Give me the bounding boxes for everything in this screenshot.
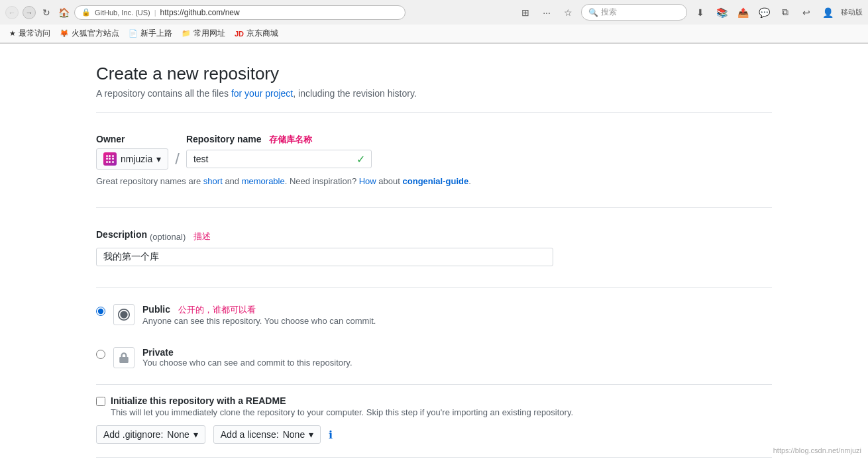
page-content: Create a new repository A repository con… (70, 44, 798, 461)
divider-top (96, 112, 772, 113)
public-radio-content: Public 公开的，谁都可以看 Anyone can see this rep… (142, 304, 376, 326)
initialize-checkbox[interactable] (96, 397, 105, 406)
initialize-desc: This will let you immediately clone the … (111, 407, 573, 417)
address-bar[interactable]: 🔒 GitHub, Inc. (US) | https://github.com… (74, 5, 406, 20)
owner-repo-row: Owner nmjuzia ▾ / (96, 134, 772, 170)
divider-submit (96, 457, 772, 458)
owner-select[interactable]: nmjuzia ▾ (96, 148, 168, 170)
description-annotation: 描述 (193, 230, 211, 242)
owner-name: nmjuzia (121, 154, 152, 164)
description-field-label: Description (96, 229, 147, 240)
gitignore-label: Add .gitignore: (103, 429, 163, 440)
private-radio[interactable] (96, 350, 105, 359)
public-title: Public (142, 304, 170, 315)
toolbar-right: ⊞ ··· ☆ 🔍 搜索 ⬇ 📚 📤 💬 ⧉ ↩ 👤 移动版 (517, 4, 863, 21)
public-option: Public 公开的，谁都可以看 Anyone can see this rep… (96, 299, 772, 331)
gitignore-arrow: ▾ (193, 429, 198, 440)
bookmark-label-firefox: 火狐官方站点 (72, 28, 119, 39)
repo-name-label: Repository name 存储库名称 (186, 134, 372, 146)
private-desc: You choose who can see and commit to thi… (142, 358, 353, 368)
bookmark-label-jd: 京东商城 (246, 28, 278, 39)
hint-memorable-link[interactable]: memorable (242, 176, 285, 186)
qr-icon[interactable]: ⊞ (517, 5, 533, 21)
valid-check-icon: ✓ (356, 153, 365, 166)
avatar-dots (106, 155, 114, 163)
search-icon: 🔍 (588, 8, 598, 17)
search-bar[interactable]: 🔍 搜索 (581, 4, 687, 21)
owner-avatar (103, 152, 117, 166)
chat-icon[interactable]: 💬 (756, 5, 772, 21)
forward-button[interactable]: → (23, 6, 36, 19)
hint-short-link[interactable]: short (203, 176, 223, 186)
hint-suggestion-link[interactable]: congenial-guide (403, 176, 469, 186)
refresh-button[interactable]: ↻ (40, 6, 53, 19)
back-button[interactable]: ← (5, 6, 19, 19)
bookmark-label-frequent: 最常访问 (19, 28, 50, 39)
description-section: Description (optional) 描述 (96, 219, 772, 277)
bookmark-icon-newuser: 📄 (129, 29, 138, 38)
lock-icon: 🔒 (81, 8, 91, 17)
hint-text: Great repository names are short and mem… (96, 176, 772, 186)
info-icon[interactable]: ℹ (329, 429, 333, 441)
watermark: https://blog.csdn.net/nmjuzi (773, 446, 861, 454)
page-title: Create a new repository (96, 64, 772, 84)
star-icon[interactable]: ☆ (560, 5, 576, 21)
license-arrow: ▾ (309, 429, 313, 440)
bookmark-firefox[interactable]: 🦊 火狐官方站点 (56, 26, 123, 40)
license-value: None (283, 429, 305, 440)
sidebar-icon[interactable]: ⧉ (777, 5, 793, 21)
download-icon[interactable]: ⬇ (692, 5, 708, 21)
description-optional: (optional) (150, 232, 186, 242)
url-text: https://github.com/new (160, 8, 240, 17)
private-radio-content: Private You choose who can see and commi… (142, 347, 353, 368)
owner-dropdown-arrow: ▾ (156, 154, 161, 164)
public-annotation: 公开的，谁都可以看 (178, 305, 256, 315)
description-input[interactable] (96, 248, 553, 266)
public-radio[interactable] (96, 307, 105, 316)
gitignore-dropdown[interactable]: Add .gitignore: None ▾ (96, 425, 205, 444)
bookmark-common[interactable]: 📁 常用网址 (178, 26, 229, 40)
bookmark-icon-common: 📁 (182, 29, 191, 38)
initialize-label: Initialize this repository with a README (111, 395, 573, 406)
divider-visibility (96, 287, 772, 288)
initialize-content: Initialize this repository with a README… (111, 395, 573, 417)
divider-description (96, 207, 772, 208)
bookmarks-bar: ★ 最常访问 🦊 火狐官方站点 📄 新手上路 📁 常用网址 JD 京东商城 (0, 25, 868, 43)
initialize-section: Initialize this repository with a README… (96, 395, 772, 417)
site-info: GitHub, Inc. (US) (95, 9, 150, 17)
bookmark-frequent[interactable]: ★ 最常访问 (5, 26, 54, 40)
public-repo-icon (113, 304, 135, 325)
undo-icon[interactable]: ↩ (798, 5, 814, 21)
subtitle-link[interactable]: for your project (231, 88, 293, 99)
owner-label: Owner (96, 134, 168, 144)
owner-field-group: Owner nmjuzia ▾ (96, 134, 168, 170)
menu-icon[interactable]: ··· (539, 5, 555, 21)
browser-chrome: ← → ↻ 🏠 🔒 GitHub, Inc. (US) | https://gi… (0, 0, 868, 44)
private-repo-icon (113, 347, 135, 368)
private-option: Private You choose who can see and commi… (96, 342, 772, 374)
bookmark-label-common: 常用网址 (193, 28, 225, 39)
repo-name-field-group: Repository name 存储库名称 ✓ (186, 134, 372, 168)
license-label: Add a license: (221, 429, 279, 440)
browser-toolbar: ← → ↻ 🏠 🔒 GitHub, Inc. (US) | https://gi… (0, 0, 868, 25)
repo-name-annotation: 存储库名称 (269, 134, 312, 144)
hint-how-link[interactable]: How (359, 176, 376, 186)
profile-icon[interactable]: 👤 (820, 5, 836, 21)
share-icon[interactable]: 📤 (735, 5, 751, 21)
owner-repo-section: Owner nmjuzia ▾ / (96, 123, 772, 197)
bookmark-newuser[interactable]: 📄 新手上路 (125, 26, 176, 40)
bookmark-jd[interactable]: JD 京东商城 (231, 26, 282, 40)
bookmark-icon-frequent: ★ (9, 29, 16, 38)
gitignore-value: None (167, 429, 189, 440)
private-title: Private (142, 347, 353, 358)
public-desc: Anyone can see this repository. You choo… (142, 316, 376, 326)
library-icon[interactable]: 📚 (714, 5, 730, 21)
public-title-row: Public 公开的，谁都可以看 (142, 304, 376, 316)
repo-name-input[interactable] (186, 150, 372, 168)
divider-initialize (96, 384, 772, 385)
home-button[interactable]: 🏠 (57, 6, 70, 19)
slash-separator: / (168, 134, 186, 168)
license-dropdown[interactable]: Add a license: None ▾ (213, 425, 321, 444)
bookmark-icon-firefox: 🦊 (60, 29, 69, 38)
bookmark-label-newuser: 新手上路 (140, 28, 172, 39)
